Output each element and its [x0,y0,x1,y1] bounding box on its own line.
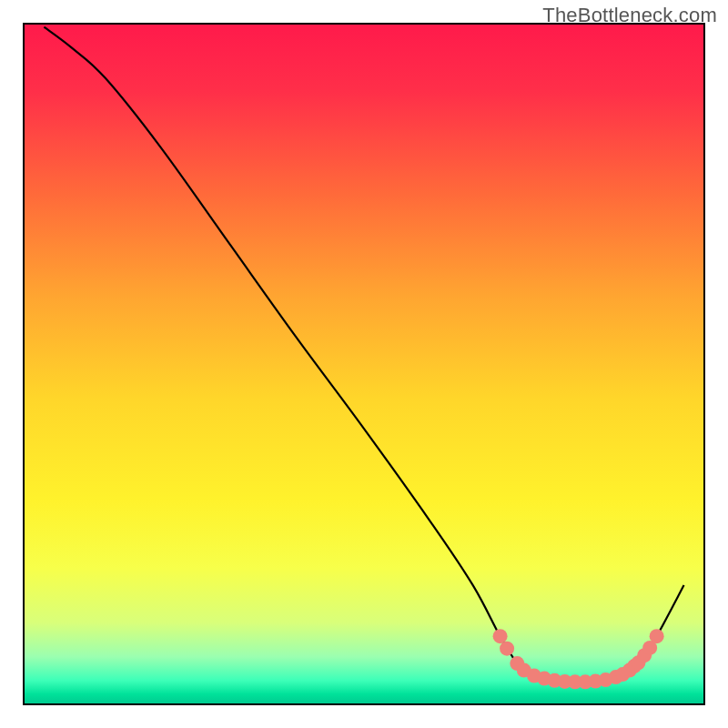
marker-dot [500,642,514,656]
chart-container: TheBottleneck.com [0,0,728,728]
watermark-text: TheBottleneck.com [542,4,717,27]
bottleneck-chart [0,0,728,728]
marker-dot [493,629,508,643]
gradient-background [24,24,704,704]
marker-dot [650,629,664,643]
